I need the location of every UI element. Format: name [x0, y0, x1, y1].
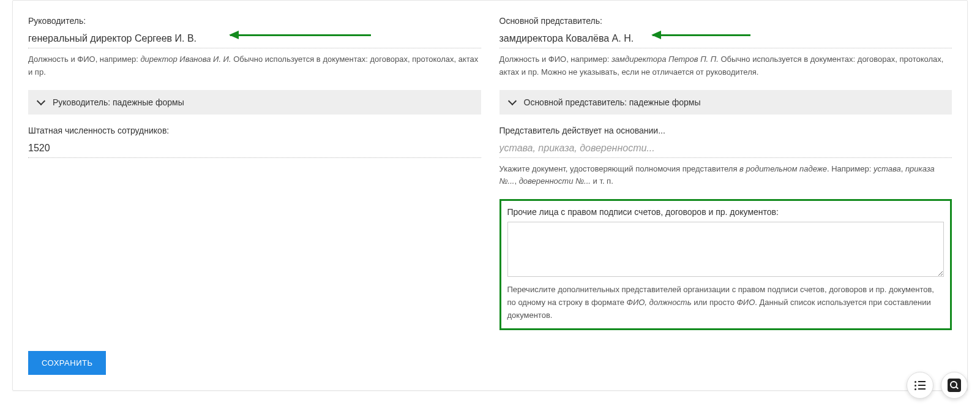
manager-hint: Должность и ФИО, например: директор Иван…: [28, 53, 481, 79]
rep-field-group: Основной представитель: Должность и ФИО,…: [499, 16, 952, 79]
basis-field-group: Представитель действует на основании... …: [499, 126, 952, 189]
save-button[interactable]: СОХРАНИТЬ: [28, 351, 106, 375]
rep-cases-label: Основной представитель: падежные формы: [524, 97, 701, 107]
manager-cases-label: Руководитель: падежные формы: [53, 97, 184, 107]
search-icon: [948, 379, 961, 392]
right-column: Основной представитель: Должность и ФИО,…: [499, 16, 952, 330]
others-textarea[interactable]: [507, 222, 944, 277]
list-icon: [915, 381, 926, 390]
basis-input[interactable]: [499, 140, 952, 158]
rep-cases-collapsible[interactable]: Основной представитель: падежные формы: [499, 90, 952, 115]
staff-input[interactable]: [28, 140, 481, 158]
others-field-group: Прочие лица с правом подписи счетов, дог…: [507, 207, 944, 322]
list-fab-button[interactable]: [907, 372, 933, 399]
staff-field-group: Штатная численность сотрудников:: [28, 126, 481, 158]
rep-label: Основной представитель:: [499, 16, 952, 26]
chevron-down-icon: [507, 97, 516, 105]
manager-label: Руководитель:: [28, 16, 481, 26]
others-label: Прочие лица с правом подписи счетов, дог…: [507, 207, 944, 217]
search-fab-button[interactable]: [941, 372, 968, 399]
manager-field-group: Руководитель: Должность и ФИО, например:…: [28, 16, 481, 79]
form-card: Руководитель: Должность и ФИО, например:…: [12, 0, 968, 391]
staff-label: Штатная численность сотрудников:: [28, 126, 481, 135]
chevron-down-icon: [37, 97, 45, 105]
fab-container: [907, 372, 968, 399]
basis-label: Представитель действует на основании...: [499, 126, 952, 135]
left-column: Руководитель: Должность и ФИО, например:…: [28, 16, 481, 330]
others-hint: Перечислите дополнительных представителе…: [507, 284, 944, 322]
rep-input[interactable]: [499, 31, 952, 48]
basis-hint: Укажите документ, удостоверяющий полномо…: [499, 163, 952, 189]
manager-cases-collapsible[interactable]: Руководитель: падежные формы: [28, 90, 481, 115]
rep-hint: Должность и ФИО, например: замдиректора …: [499, 53, 952, 79]
other-signers-highlight: Прочие лица с правом подписи счетов, дог…: [499, 199, 952, 330]
manager-input[interactable]: [28, 31, 481, 48]
